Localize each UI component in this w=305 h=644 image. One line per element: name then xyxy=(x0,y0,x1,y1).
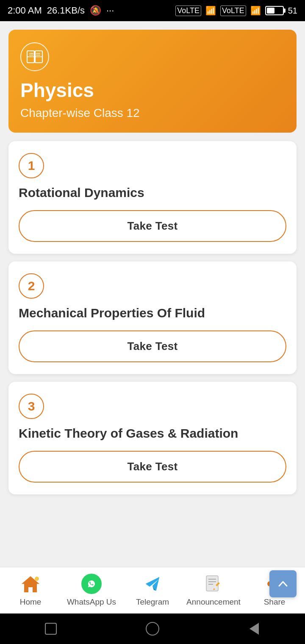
network-speed: 26.1KB/s xyxy=(47,5,85,16)
chapter-title-2: Mechanical Properties Of Fluid xyxy=(19,305,286,321)
nav-label-share: Share xyxy=(264,597,286,607)
bottom-navigation: Home WhatsApp Us Teleg xyxy=(0,567,305,613)
nav-label-home: Home xyxy=(20,597,42,607)
chapter-title-3: Kinetic Theory of Gases & Radiation xyxy=(19,425,286,441)
battery-percent: 51 xyxy=(288,6,297,16)
chapter-card-1: 1 Rotational Dynamics Take Test xyxy=(8,141,297,254)
main-content: Physics Chapter-wise Class 12 1 Rotation… xyxy=(0,21,305,567)
whatsapp-icon-wrap xyxy=(80,573,103,595)
take-test-button-2[interactable]: Take Test xyxy=(19,330,286,362)
chapter-title-1: Rotational Dynamics xyxy=(19,184,286,201)
svg-rect-10 xyxy=(28,587,33,592)
book-icon xyxy=(20,42,49,71)
scroll-to-top-button[interactable] xyxy=(269,570,297,597)
svg-marker-13 xyxy=(146,577,160,591)
status-right: VoLTE 📶 VoLTE 📶 51 xyxy=(175,6,297,16)
time: 2:00 AM xyxy=(8,5,42,16)
status-left: 2:00 AM 26.1KB/s 🔕 ··· xyxy=(8,5,114,16)
banner-subtitle: Chapter-wise Class 12 xyxy=(20,106,285,120)
android-nav-bar xyxy=(0,613,305,644)
take-test-button-3[interactable]: Take Test xyxy=(19,451,286,483)
chapter-number-3: 3 xyxy=(19,394,44,419)
nav-item-whatsapp[interactable]: WhatsApp Us xyxy=(61,573,122,607)
status-bar: 2:00 AM 26.1KB/s 🔕 ··· VoLTE 📶 VoLTE 📶 5… xyxy=(0,0,305,21)
svg-point-11 xyxy=(35,577,39,581)
volte-icon-2: VoLTE xyxy=(220,6,246,16)
svg-rect-15 xyxy=(206,576,218,591)
nav-item-home[interactable]: Home xyxy=(0,573,61,607)
telegram-icon-wrap xyxy=(141,573,164,595)
recent-apps-icon xyxy=(45,623,57,635)
nav-label-announcement: Announcement xyxy=(186,597,241,607)
nav-item-telegram[interactable]: Telegram xyxy=(122,573,183,607)
banner-title: Physics xyxy=(20,80,285,101)
mute-icon: 🔕 xyxy=(90,5,101,16)
whatsapp-icon xyxy=(81,574,102,594)
android-home-button[interactable] xyxy=(144,620,161,637)
volte-icon: VoLTE xyxy=(175,6,201,16)
telegram-icon xyxy=(142,574,163,594)
android-back-button[interactable] xyxy=(246,620,263,637)
dots-icon: ··· xyxy=(106,5,114,16)
signal-icon-2: 📶 xyxy=(250,6,261,16)
nav-label-whatsapp: WhatsApp Us xyxy=(67,597,116,607)
announcement-icon-wrap xyxy=(202,573,225,595)
chapter-number-2: 2 xyxy=(19,273,44,299)
chapter-card-3: 3 Kinetic Theory of Gases & Radiation Ta… xyxy=(8,382,297,494)
chapter-number-1: 1 xyxy=(19,153,44,178)
battery-icon xyxy=(265,6,284,15)
android-square-button[interactable] xyxy=(42,620,59,637)
nav-item-announcement[interactable]: Announcement xyxy=(183,573,244,607)
announcement-icon xyxy=(203,574,224,594)
battery-tip xyxy=(284,8,286,13)
battery-fill xyxy=(267,8,274,14)
chapter-card-2: 2 Mechanical Properties Of Fluid Take Te… xyxy=(8,261,297,374)
nav-label-telegram: Telegram xyxy=(136,597,169,607)
back-button-icon xyxy=(250,623,259,635)
home-icon-wrap xyxy=(19,573,42,595)
take-test-button-1[interactable]: Take Test xyxy=(19,210,286,242)
header-banner: Physics Chapter-wise Class 12 xyxy=(8,30,297,133)
home-button-icon xyxy=(146,622,159,636)
signal-icon-1: 📶 xyxy=(205,6,216,16)
